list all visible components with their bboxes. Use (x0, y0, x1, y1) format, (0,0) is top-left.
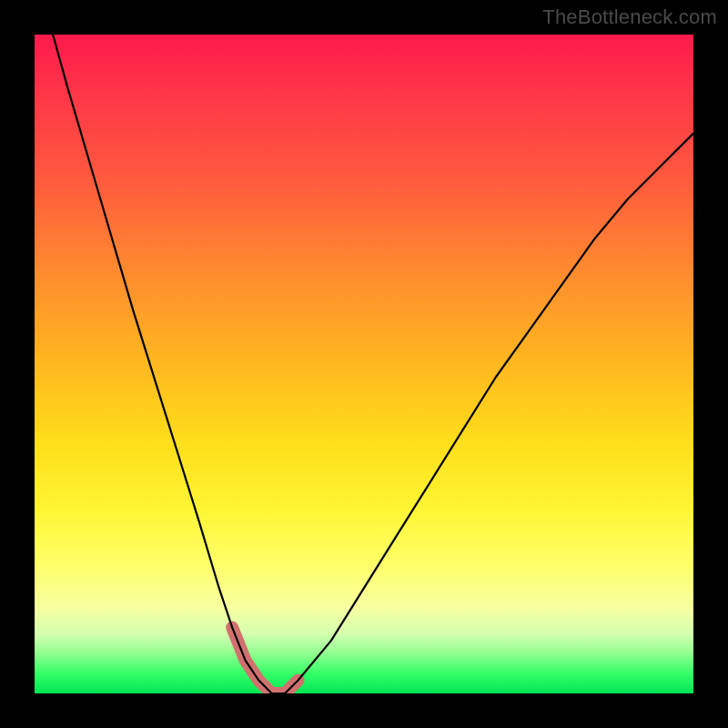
chart-frame: TheBottleneck.com (0, 0, 728, 728)
highlight-path (232, 628, 298, 693)
plot-area (35, 35, 693, 693)
bottleneck-curve-path (35, 35, 693, 693)
watermark-text: TheBottleneck.com (542, 5, 717, 29)
curve-layer (35, 35, 693, 693)
